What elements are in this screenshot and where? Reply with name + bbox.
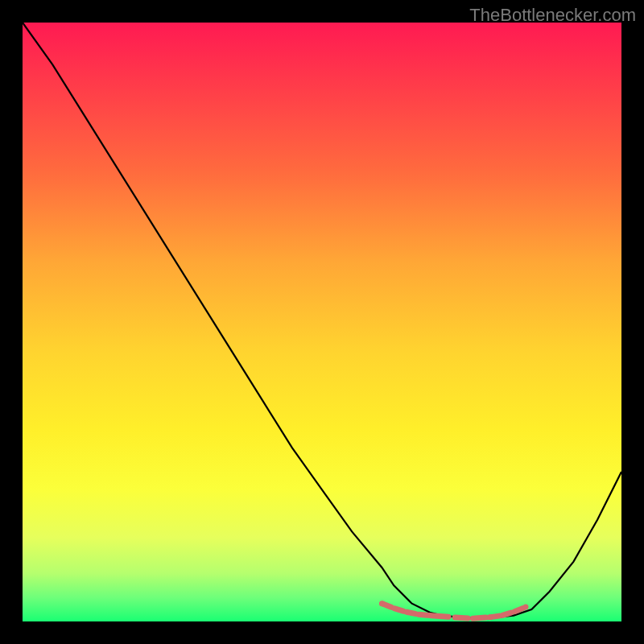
chart-area <box>23 23 621 621</box>
svg-line-9 <box>514 609 523 612</box>
svg-line-8 <box>502 613 511 615</box>
bottleneck-markers <box>379 601 529 620</box>
chart-svg <box>23 23 621 621</box>
svg-line-5 <box>455 617 468 618</box>
svg-line-3 <box>419 614 427 615</box>
chart-frame-right <box>621 0 644 644</box>
chart-frame-left <box>0 0 23 644</box>
svg-line-6 <box>473 617 486 618</box>
svg-line-4 <box>431 616 448 617</box>
svg-line-2 <box>407 612 415 613</box>
svg-point-12 <box>487 614 493 620</box>
svg-line-1 <box>394 609 403 611</box>
svg-point-13 <box>523 605 529 610</box>
svg-point-10 <box>379 601 385 606</box>
watermark-text: TheBottlenecker.com <box>469 5 636 26</box>
chart-frame-bottom <box>0 621 644 644</box>
chart-curve <box>23 23 621 618</box>
svg-point-11 <box>427 613 432 618</box>
